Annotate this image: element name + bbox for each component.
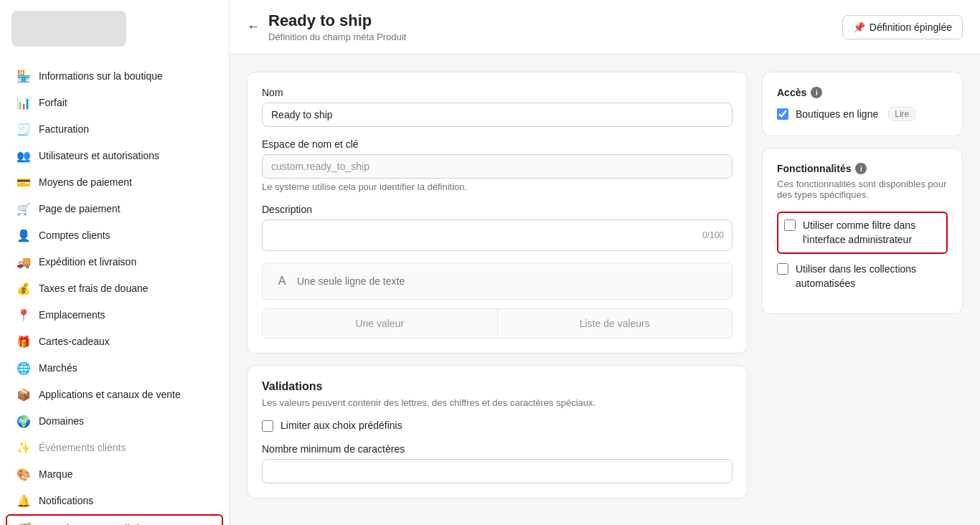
- sidebar-item-domaines[interactable]: 🌍 Domaines: [6, 408, 223, 434]
- payment-icon: 💳: [17, 176, 30, 189]
- sidebar-item-label: Notifications: [39, 495, 93, 506]
- sidebar-item-label: Marchés: [39, 362, 77, 374]
- events-icon: ✨: [17, 441, 30, 454]
- logo: [11, 11, 126, 47]
- validations-subtitle: Les valeurs peuvent contenir des lettres…: [262, 397, 732, 408]
- limiter-row: Limiter aux choix prédéfinis: [262, 420, 732, 432]
- nom-input[interactable]: [262, 103, 732, 127]
- sidebar-item-utilisateurs[interactable]: 👥 Utilisateurs et autorisations: [6, 143, 223, 169]
- sidebar-item-label: Événements clients: [39, 442, 126, 453]
- sidebar-item-label: Applications et canaux de vente: [39, 389, 181, 400]
- brand-icon: 🎨: [17, 468, 30, 481]
- filtre-highlighted-wrapper: Utiliser comme filtre dans l'interface a…: [777, 212, 948, 254]
- checkout-icon: 🛒: [17, 202, 30, 215]
- shipping-icon: 🚚: [17, 255, 30, 268]
- sidebar-logo-area: [0, 0, 229, 57]
- access-info-icon[interactable]: i: [811, 87, 822, 98]
- limiter-checkbox[interactable]: [262, 420, 273, 432]
- apps-icon: 📦: [17, 388, 30, 401]
- list-values-tab[interactable]: Liste de valeurs: [498, 309, 732, 338]
- main-content: ← Ready to ship Définition du champ méta…: [230, 0, 980, 525]
- value-tabs: Une valeur Liste de valeurs: [262, 308, 732, 339]
- description-input[interactable]: [262, 219, 732, 251]
- plan-icon: 📊: [17, 96, 30, 109]
- sidebar-item-evenements: ✨ Événements clients: [6, 435, 223, 460]
- type-preview: A Une seule ligne de texte: [262, 262, 732, 300]
- filtre-row: Utiliser comme filtre dans l'interface a…: [784, 219, 941, 247]
- limiter-label: Limiter aux choix prédéfinis: [281, 420, 402, 431]
- sidebar-item-comptes[interactable]: 👤 Comptes clients: [6, 222, 223, 248]
- pin-button-label: Définition épinglée: [870, 22, 952, 33]
- sidebar-item-label: Taxes et frais de douane: [39, 283, 149, 294]
- features-title-text: Fonctionnalités: [777, 163, 851, 174]
- sidebar-item-label: Moyens de paiement: [39, 176, 132, 188]
- back-button[interactable]: ←: [247, 19, 260, 34]
- sidebar-item-label: Emplacements: [39, 309, 105, 321]
- boutiques-label: Boutiques en ligne: [796, 108, 878, 120]
- left-column: Nom Espace de nom et clé Le système util…: [247, 72, 748, 508]
- sidebar-item-taxes[interactable]: 💰 Taxes et frais de douane: [6, 275, 223, 301]
- pin-button[interactable]: 📌 Définition épinglée: [842, 15, 963, 39]
- sidebar: 🏪 Informations sur la boutique 📊 Forfait…: [0, 0, 230, 525]
- boutiques-checkbox[interactable]: [777, 108, 788, 120]
- sidebar-item-label: Comptes clients: [39, 230, 110, 241]
- filtre-label: Utiliser comme filtre dans l'interface a…: [803, 219, 941, 247]
- store-icon: 🏪: [17, 70, 30, 82]
- top-bar-left: ← Ready to ship Définition du champ méta…: [247, 11, 406, 42]
- sidebar-item-marches[interactable]: 🌐 Marchés: [6, 355, 223, 381]
- collections-checkbox[interactable]: [777, 263, 788, 275]
- min-chars-input[interactable]: [262, 459, 732, 483]
- page-title: Ready to ship: [268, 11, 406, 30]
- sidebar-item-label: Page de paiement: [39, 203, 121, 214]
- filtre-checkbox[interactable]: [784, 219, 796, 231]
- nom-group: Nom: [262, 87, 732, 127]
- fonctionnalites-card: Fonctionnalités i Ces fonctionnalités so…: [762, 148, 963, 314]
- namespace-group: Espace de nom et clé Le système utilise …: [262, 138, 732, 192]
- top-bar: ← Ready to ship Définition du champ méta…: [230, 0, 980, 55]
- taxes-icon: 💰: [17, 282, 30, 295]
- sidebar-nav: 🏪 Informations sur la boutique 📊 Forfait…: [0, 57, 229, 525]
- sidebar-item-donnees[interactable]: 🗂️ Données personnalisées: [6, 514, 223, 525]
- sidebar-item-page-paiement[interactable]: 🛒 Page de paiement: [6, 196, 223, 222]
- sidebar-item-cartes-cadeaux[interactable]: 🎁 Cartes-cadeaux: [6, 328, 223, 354]
- namespace-hint: Le système utilise cela pour identifier …: [262, 181, 732, 192]
- namespace-input: [262, 154, 732, 179]
- domains-icon: 🌍: [17, 415, 30, 427]
- title-block: Ready to ship Définition du champ méta P…: [268, 11, 406, 42]
- access-card: Accès i Boutiques en ligne Lire: [762, 72, 963, 136]
- sidebar-item-label: Forfait: [39, 97, 67, 108]
- collections-row: Utiliser dans les collections automatisé…: [777, 262, 948, 290]
- sidebar-item-label: Domaines: [39, 415, 84, 427]
- sidebar-item-facturation[interactable]: 🧾 Facturation: [6, 116, 223, 142]
- custom-data-icon: 🗂️: [19, 522, 32, 525]
- access-title: Accès i: [777, 87, 948, 98]
- right-column: Accès i Boutiques en ligne Lire Fonction…: [762, 72, 963, 508]
- sidebar-item-expedition[interactable]: 🚚 Expédition et livraison: [6, 249, 223, 275]
- sidebar-item-label: Utilisateurs et autorisations: [39, 150, 159, 161]
- sidebar-item-notifications[interactable]: 🔔 Notifications: [6, 488, 223, 514]
- single-value-tab[interactable]: Une valeur: [263, 309, 498, 338]
- text-type-icon: A: [274, 273, 290, 289]
- sidebar-item-paiement[interactable]: 💳 Moyens de paiement: [6, 169, 223, 195]
- sidebar-item-forfait[interactable]: 📊 Forfait: [6, 90, 223, 115]
- markets-icon: 🌐: [17, 361, 30, 374]
- customer-icon: 👤: [17, 229, 30, 242]
- location-icon: 📍: [17, 308, 30, 321]
- sidebar-item-label: Cartes-cadeaux: [39, 336, 110, 347]
- features-title: Fonctionnalités i: [777, 163, 948, 174]
- sidebar-item-marque[interactable]: 🎨 Marque: [6, 461, 223, 487]
- sidebar-item-label: Informations sur la boutique: [39, 70, 163, 82]
- access-badge: Lire: [888, 107, 915, 121]
- users-icon: 👥: [17, 149, 30, 162]
- features-subtitle: Ces fonctionnalités sont disponibles pou…: [777, 179, 948, 200]
- sidebar-item-emplacements[interactable]: 📍 Emplacements: [6, 302, 223, 328]
- sidebar-item-informations[interactable]: 🏪 Informations sur la boutique: [6, 63, 223, 89]
- notifications-icon: 🔔: [17, 494, 30, 507]
- type-label: Une seule ligne de texte: [297, 275, 405, 287]
- billing-icon: 🧾: [17, 123, 30, 136]
- access-row: Boutiques en ligne Lire: [777, 107, 948, 121]
- sidebar-item-applications[interactable]: 📦 Applications et canaux de vente: [6, 382, 223, 407]
- features-info-icon[interactable]: i: [855, 163, 867, 174]
- validations-card: Validations Les valeurs peuvent contenir…: [247, 365, 748, 498]
- nom-label: Nom: [262, 87, 732, 98]
